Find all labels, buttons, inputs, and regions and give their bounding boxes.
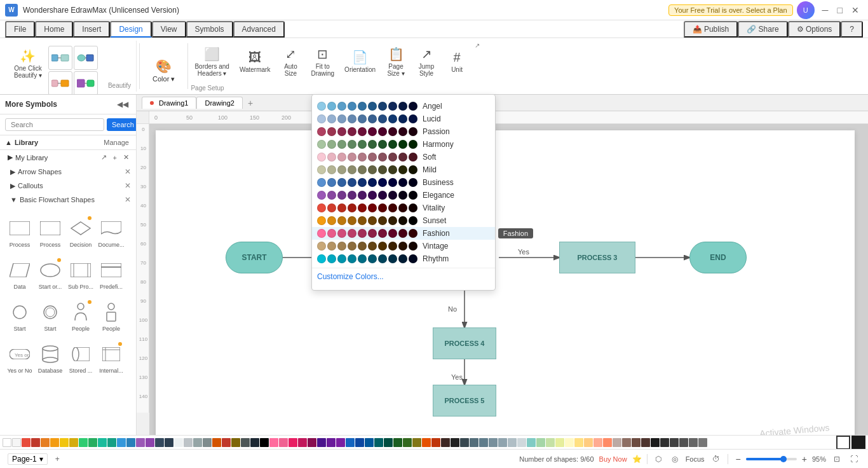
trial-button[interactable]: Your Free Trial is over. Select a Plan xyxy=(668,4,793,16)
manage-button[interactable]: Manage xyxy=(102,138,131,147)
shape-internal[interactable]: Internal... xyxy=(97,335,126,376)
shape-people-1[interactable]: People xyxy=(66,293,95,334)
tab-drawing2[interactable]: Drawing2 xyxy=(196,97,242,109)
one-click-beautify-button[interactable]: ✨ One ClickBeautify ▾ xyxy=(10,43,46,84)
swatch-gray3[interactable] xyxy=(203,438,212,447)
swatch-darkgray[interactable] xyxy=(250,438,259,447)
my-library-label[interactable]: ▶ My Library xyxy=(8,153,48,162)
timer-button[interactable]: ⏱ xyxy=(710,453,722,465)
page-setup-expand[interactable]: ↗ xyxy=(473,41,481,50)
page-selector[interactable]: Page-1 ▾ xyxy=(8,453,48,465)
help-btn[interactable]: ? xyxy=(841,21,863,38)
swatch-gray1[interactable] xyxy=(184,438,193,447)
shape-process-1[interactable]: Process xyxy=(5,209,34,250)
swatch-darkblue2[interactable] xyxy=(165,438,173,447)
swatch-orange2[interactable] xyxy=(50,438,59,447)
add-page-button[interactable]: + xyxy=(243,97,258,109)
tab-design[interactable]: Design xyxy=(110,21,151,38)
close-arrow-shapes[interactable]: ✕ xyxy=(125,167,131,176)
share-btn[interactable]: 🔗 Share xyxy=(738,21,787,38)
unit-button[interactable]: # Unit xyxy=(443,48,471,76)
add-page-bottom-button[interactable]: + xyxy=(53,453,62,465)
collapse-panel-button[interactable]: ◀◀ xyxy=(114,99,131,110)
close-basic-flowchart[interactable]: ✕ xyxy=(125,195,131,204)
color-row-vintage[interactable]: Vintage xyxy=(312,240,495,252)
jump-style-button[interactable]: ↗ JumpStyle xyxy=(412,44,440,79)
swatch-red2[interactable] xyxy=(31,438,40,447)
color-dropdown-button[interactable]: 🎨 Color ▾ xyxy=(147,56,180,76)
color-row-fashion[interactable]: Fashion Fashion xyxy=(312,227,495,240)
canvas-drawing-area[interactable]: Yes No Yes xyxy=(149,124,868,436)
fit-page-button[interactable]: ⊡ xyxy=(831,453,843,465)
shape-start-or[interactable]: Start or... xyxy=(36,251,65,292)
start-shape[interactable]: START xyxy=(226,242,283,273)
close-button[interactable]: ✕ xyxy=(848,4,863,17)
outline-swatch[interactable] xyxy=(836,436,850,450)
fullscreen-button[interactable]: ⛶ xyxy=(848,453,860,465)
color-row-angel[interactable]: Angel xyxy=(312,100,495,113)
swatch-lightgray[interactable] xyxy=(174,438,183,447)
shape-document[interactable]: Docume... xyxy=(97,209,126,250)
tab-insert[interactable]: Insert xyxy=(73,21,110,38)
swatch-brown1[interactable] xyxy=(212,438,221,447)
callouts-section[interactable]: ▶ Callouts ✕ xyxy=(0,179,136,193)
swatch-red1[interactable] xyxy=(22,438,31,447)
swatch-olive[interactable] xyxy=(231,438,240,447)
shape-yes-no[interactable]: Yes or Yes or No xyxy=(5,335,34,376)
shape-process-2[interactable]: Process xyxy=(36,209,65,250)
tab-view[interactable]: View xyxy=(152,21,186,38)
shape-data[interactable]: Data xyxy=(5,251,34,292)
swatch-white[interactable] xyxy=(3,438,11,447)
shape-database[interactable]: Database xyxy=(36,335,65,376)
fit-to-drawing-button[interactable]: ⊡ Fit toDrawing xyxy=(307,44,338,79)
add-library-button[interactable]: + xyxy=(111,153,119,162)
swatch-blue1[interactable] xyxy=(117,438,126,447)
focus-button[interactable]: ◎ xyxy=(669,453,681,465)
swatch-green1[interactable] xyxy=(79,438,88,447)
close-library-button[interactable]: ✕ xyxy=(121,153,131,162)
swatch-orange1[interactable] xyxy=(41,438,50,447)
shape-start-1[interactable]: Start xyxy=(5,293,34,334)
color-row-sunset[interactable]: Sunset xyxy=(312,214,495,227)
color-row-passion[interactable]: Passion xyxy=(312,125,495,138)
shape-start-2[interactable]: Start xyxy=(36,293,65,334)
swatch-light[interactable] xyxy=(12,438,21,447)
swatch-crimson[interactable] xyxy=(222,438,231,447)
color-row-vitality[interactable]: Vitality xyxy=(312,202,495,214)
color-row-soft[interactable]: Soft xyxy=(312,151,495,163)
swatch-yellow[interactable] xyxy=(60,438,69,447)
shape-predefined[interactable]: Predefi... xyxy=(97,251,126,292)
auto-size-button[interactable]: ⤢ AutoSize xyxy=(276,44,304,79)
options-btn[interactable]: ⚙ Options xyxy=(788,21,841,38)
basic-flowchart-section[interactable]: ▼ Basic Flowchart Shapes ✕ xyxy=(0,193,136,207)
shape-sub-process[interactable]: Sub Pro... xyxy=(66,251,95,292)
library-label[interactable]: ▲ Library xyxy=(5,139,38,146)
style-btn-3[interactable] xyxy=(48,71,72,95)
arrow-shapes-section[interactable]: ▶ Arrow Shapes ✕ xyxy=(0,165,136,179)
close-callouts[interactable]: ✕ xyxy=(125,181,131,190)
style-btn-4[interactable] xyxy=(74,71,98,95)
process4-shape[interactable]: PROCESS 4 xyxy=(433,327,496,359)
publish-btn[interactable]: 📤 Publish xyxy=(684,21,738,38)
swatch-charcoal[interactable] xyxy=(241,438,250,447)
minimize-button[interactable]: ─ xyxy=(818,4,832,17)
maximize-button[interactable]: □ xyxy=(834,4,846,17)
tab-home[interactable]: Home xyxy=(35,21,73,38)
end-shape[interactable]: END xyxy=(689,242,747,273)
style-btn-1[interactable] xyxy=(48,46,72,70)
watermark-button[interactable]: 🖼 Watermark xyxy=(236,48,275,76)
color-row-rhythm[interactable]: Rhythm xyxy=(312,252,495,265)
customize-colors-button[interactable]: Customize Colors... xyxy=(312,268,495,285)
swatch-green2[interactable] xyxy=(88,438,97,447)
process3-shape[interactable]: PROCESS 3 xyxy=(559,242,635,273)
swatch-teal2[interactable] xyxy=(107,438,116,447)
tab-advanced[interactable]: Advanced xyxy=(233,21,285,38)
layers-button[interactable]: ⬡ xyxy=(653,453,664,465)
shape-decision[interactable]: Decision xyxy=(66,209,95,250)
tab-symbols[interactable]: Symbols xyxy=(186,21,233,38)
style-btn-2[interactable] xyxy=(74,46,98,70)
export-library-button[interactable]: ↗ xyxy=(99,153,109,162)
swatch-gold[interactable] xyxy=(69,438,78,447)
zoom-out-button[interactable]: − xyxy=(733,453,743,465)
zoom-in-button[interactable]: + xyxy=(799,453,810,465)
